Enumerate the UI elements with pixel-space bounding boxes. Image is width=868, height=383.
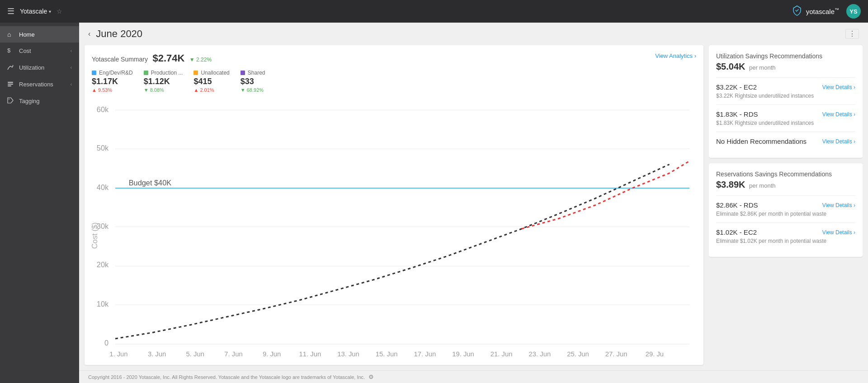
right-panel: Utilization Savings Recommendations $5.0… [709, 45, 863, 365]
sidebar-label-utilization: Utilization [19, 64, 67, 71]
svg-rect-7 [8, 85, 11, 86]
summary-amount: $2.74K [152, 52, 184, 64]
svg-text:7. Jun: 7. Jun [224, 350, 242, 358]
legend-label-prod: Production ... [151, 70, 183, 76]
legend-prod: Production ... $1.12K ▼ 8.08% [144, 70, 183, 93]
sidebar-label-home: Home [19, 31, 72, 38]
legend-dot-eng [92, 71, 96, 75]
sidebar-label-tagging: Tagging [19, 98, 72, 104]
settings-icon[interactable]: ⚙ [368, 374, 374, 380]
legend-value-prod: $1.12K [144, 77, 183, 86]
svg-text:19. Jun: 19. Jun [452, 350, 474, 358]
favorite-icon[interactable]: ☆ [57, 8, 62, 15]
sidebar-item-tagging[interactable]: Tagging [0, 93, 79, 109]
svg-text:13. Jun: 13. Jun [337, 350, 359, 358]
svg-text:50k: 50k [97, 144, 109, 152]
page-header: ‹ June 2020 ⋮ [79, 23, 868, 45]
utilization-savings-per-month: per month [749, 64, 776, 71]
footer-text: Copyright 2016 - 2020 Yotascale, Inc. Al… [88, 374, 365, 380]
svg-rect-5 [8, 82, 13, 83]
rec-item-title-hidden-util: No Hidden Recommendations [716, 137, 807, 145]
svg-text:0: 0 [104, 339, 108, 347]
view-details-rds-res[interactable]: View Details › [822, 202, 855, 208]
brand-chevron-icon: ▾ [49, 9, 51, 14]
svg-text:29. Ju: 29. Ju [646, 350, 664, 358]
utilization-chevron-icon: ‹ [71, 65, 72, 70]
utilization-savings-card: Utilization Savings Recommendations $5.0… [709, 45, 863, 158]
legend-pct-eng: ▲ 9.53% [92, 87, 133, 93]
sidebar-item-cost[interactable]: $ Cost ‹ [0, 43, 79, 59]
legend-value-unalloc: $415 [193, 77, 229, 86]
svg-line-1 [8, 68, 9, 70]
tagging-icon [7, 97, 15, 105]
rec-item-desc-ec2-res: Eliminate $1.02K per month in potential … [716, 238, 855, 244]
user-avatar[interactable]: YS [846, 4, 861, 19]
home-icon: ⌂ [7, 31, 15, 38]
legend-value-eng: $1.17K [92, 77, 133, 86]
navbar: ☰ Yotascale ▾ ☆ yotascale™ YS [0, 0, 868, 23]
svg-text:15. Jun: 15. Jun [376, 350, 398, 358]
svg-text:$: $ [7, 47, 11, 53]
main-chart-card: Yotascale Summary $2.74K ▼ 2.22% View An… [85, 45, 703, 365]
view-details-ec2-res[interactable]: View Details › [822, 229, 855, 236]
sidebar-item-reservations[interactable]: Reservations ‹ [0, 76, 79, 93]
content-area: ‹ June 2020 ⋮ Yotascale Summary $2.74K ▼… [79, 23, 868, 383]
sidebar-item-home[interactable]: ⌂ Home [0, 26, 79, 43]
svg-rect-6 [8, 84, 13, 85]
svg-text:25. Jun: 25. Jun [567, 350, 589, 358]
content-row: Yotascale Summary $2.74K ▼ 2.22% View An… [79, 45, 868, 370]
summary-pct: ▼ 2.22% [189, 57, 212, 63]
svg-text:10k: 10k [97, 300, 109, 308]
cost-chevron-icon: ‹ [71, 48, 72, 53]
legend-pct-prod: ▼ 8.08% [144, 87, 183, 93]
brand-name[interactable]: Yotascale ▾ [20, 8, 51, 15]
legend-dot-prod [144, 71, 148, 75]
utilization-icon [7, 64, 15, 71]
rec-item-desc-ec2-util: $3.22K Rightsize underutilized instances [716, 93, 855, 99]
view-analytics-link[interactable]: View Analytics › [655, 52, 696, 59]
view-details-hidden-util[interactable]: View Details › [822, 138, 855, 145]
svg-text:Cost ($): Cost ($) [92, 222, 99, 249]
reservations-savings-per-month: per month [749, 182, 776, 189]
footer: Copyright 2016 - 2020 Yotascale, Inc. Al… [79, 370, 868, 383]
svg-text:60k: 60k [97, 105, 109, 113]
rec-item-title-ec2-res: $1.02K - EC2 [716, 228, 757, 236]
svg-point-9 [9, 99, 9, 99]
back-icon[interactable]: ‹ [88, 30, 90, 38]
card-header: Yotascale Summary $2.74K ▼ 2.22% View An… [92, 52, 696, 64]
svg-text:20k: 20k [97, 260, 109, 269]
view-details-rds-util[interactable]: View Details › [822, 111, 855, 118]
rec-item-rds-res: $2.86K - RDS View Details › Eliminate $2… [716, 201, 855, 217]
svg-text:3. Jun: 3. Jun [148, 350, 166, 358]
svg-line-4 [12, 65, 13, 67]
reservations-savings-title: Reservations Savings Recommendations [716, 170, 855, 178]
hamburger-icon[interactable]: ☰ [7, 6, 14, 16]
sidebar-item-utilization[interactable]: Utilization ‹ [0, 59, 79, 76]
view-details-ec2-util[interactable]: View Details › [822, 84, 855, 90]
legend-dot-shared [241, 71, 245, 75]
more-options-button[interactable]: ⋮ [845, 29, 859, 39]
legend-label-eng: Eng/Dev/R&D [99, 70, 133, 76]
svg-text:9. Jun: 9. Jun [263, 350, 281, 358]
reservations-savings-amount: $3.89K [716, 180, 745, 189]
utilization-savings-title: Utilization Savings Recommendations [716, 52, 855, 60]
legend-pct-shared: ▼ 68.92% [241, 87, 265, 93]
rec-item-rds-util: $1.83K - RDS View Details › $1.83K Right… [716, 110, 855, 126]
legend-shared: Shared $33 ▼ 68.92% [241, 70, 265, 93]
svg-text:11. Jun: 11. Jun [299, 350, 321, 358]
legend-eng: Eng/Dev/R&D $1.17K ▲ 9.53% [92, 70, 133, 93]
rec-item-desc-rds-res: Eliminate $2.86K per month in potential … [716, 211, 855, 217]
logo-text: yotascale™ [806, 7, 839, 15]
svg-marker-8 [8, 98, 13, 103]
svg-text:21. Jun: 21. Jun [491, 350, 513, 358]
svg-text:Budget $40K: Budget $40K [129, 179, 171, 187]
svg-text:23. Jun: 23. Jun [529, 350, 551, 358]
svg-text:27. Jun: 27. Jun [605, 350, 627, 358]
utilization-savings-amount: $5.04K [716, 61, 745, 71]
chart-svg: 60k 50k 40k 30k 20k 10k 0 Cost ($) [92, 100, 696, 358]
legend-unalloc: Unallocated $415 ▲ 2.01% [193, 70, 229, 93]
svg-text:5. Jun: 5. Jun [186, 350, 204, 358]
legend-value-shared: $33 [241, 77, 265, 86]
page-title: June 2020 [96, 28, 142, 40]
reservations-icon [7, 80, 15, 88]
